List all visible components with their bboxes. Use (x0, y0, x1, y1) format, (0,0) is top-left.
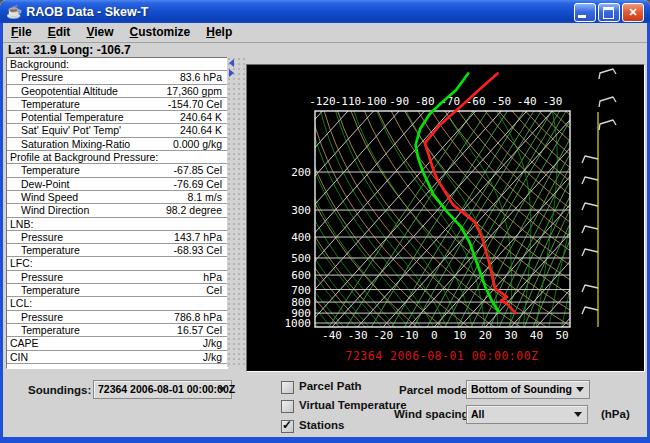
row-value: -67.85 Cel (174, 164, 222, 177)
table-row[interactable]: Pressure83.6 hPa (7, 71, 227, 84)
wind-barb-icon (582, 285, 598, 292)
wind-barb-icon (582, 177, 598, 184)
java-app-icon: ☕ (6, 0, 22, 23)
pressure-axis-tick: 700 (291, 284, 311, 297)
row-label: Potential Temperature (21, 111, 124, 124)
row-value: -154.70 Cel (168, 98, 222, 111)
wind-barb-icon (582, 226, 598, 233)
wind-spacing-value: All (471, 408, 484, 420)
wind-barb-icon (582, 249, 598, 256)
row-label: Temperature (21, 244, 80, 257)
collapse-left-icon[interactable] (229, 59, 234, 67)
table-row[interactable]: Temperature-154.70 Cel (7, 98, 227, 111)
pressure-axis-tick: 500 (291, 252, 311, 265)
table-row[interactable]: LCL: (7, 297, 227, 310)
checkbox-unchecked-icon[interactable] (281, 381, 294, 394)
wind-spacing-unit: (hPa) (601, 408, 630, 420)
table-row[interactable]: Wind Speed8.1 m/s (7, 191, 227, 204)
app-window: ☕ RAOB Data - Skew-T ✕ FileEditViewCusto… (0, 0, 650, 443)
row-value: 240.64 K (180, 111, 222, 124)
row-label: Temperature (21, 284, 80, 297)
row-label: LCL: (10, 297, 32, 310)
maximize-button[interactable] (598, 3, 620, 22)
table-row[interactable]: LFC: (7, 257, 227, 270)
wind-spacing-combobox[interactable]: All (466, 405, 588, 424)
top-axis-tick: -120 (309, 95, 336, 108)
table-row[interactable]: CAPEJ/kg (7, 337, 227, 350)
parcel-mode-combobox[interactable]: Bottom of Sounding (466, 380, 590, 399)
chevron-down-icon (574, 412, 582, 417)
row-value: 0.000 g/kg (173, 138, 222, 151)
top-axis-tick: -90 (389, 95, 409, 108)
row-value: 83.6 hPa (180, 71, 222, 84)
row-label: Dew-Point (21, 178, 69, 191)
table-row[interactable]: Temperature-68.93 Cel (7, 244, 227, 257)
top-axis-tick: -80 (415, 95, 435, 108)
table-row[interactable]: Pressure786.8 hPa (7, 311, 227, 324)
table-row[interactable]: Profile at Background Pressure: (7, 151, 227, 164)
row-label: Wind Speed (21, 191, 78, 204)
table-row[interactable]: PressurehPa (7, 271, 227, 284)
checkbox-unchecked-icon[interactable] (281, 400, 294, 413)
sounding-caption: 72364 2006-08-01 00:00:00Z (345, 349, 538, 363)
row-label: Pressure (21, 271, 63, 284)
row-value: -68.93 Cel (174, 244, 222, 257)
table-row[interactable]: TemperatureCel (7, 284, 227, 297)
row-value: Cel (206, 284, 222, 297)
bottom-axis-tick: 0 (431, 329, 438, 342)
soundings-combobox[interactable]: 72364 2006-08-01 00:00:00Z (93, 380, 232, 399)
row-label: Temperature (21, 164, 80, 177)
table-row[interactable]: Temperature16.57 Cel (7, 324, 227, 337)
top-axis-tick: -30 (542, 95, 562, 108)
collapse-right-icon[interactable] (229, 69, 234, 77)
bottom-axis-tick: -20 (373, 329, 393, 342)
menu-customize[interactable]: Customize (122, 23, 199, 42)
bottom-axis-tick: 40 (530, 329, 543, 342)
top-axis-tick: -50 (491, 95, 511, 108)
row-label: Pressure (21, 71, 63, 84)
menu-view[interactable]: View (78, 23, 121, 42)
table-row[interactable]: Temperature-67.85 Cel (7, 164, 227, 177)
menu-bar: FileEditViewCustomizeHelp (3, 23, 647, 43)
table-row[interactable]: Sat' Equiv' Pot' Temp'240.64 K (7, 124, 227, 137)
row-label: Temperature (21, 98, 80, 111)
menu-help[interactable]: Help (198, 23, 240, 42)
minimize-button[interactable] (574, 3, 596, 22)
row-label: LFC: (10, 257, 33, 270)
soundings-label: Soundings: (28, 384, 91, 396)
menu-edit[interactable]: Edit (40, 23, 79, 42)
top-axis-tick: -40 (517, 95, 537, 108)
checkbox-label: Parcel Path (299, 380, 362, 392)
bottom-axis-tick: 10 (453, 329, 466, 342)
bottom-axis-tick: -10 (399, 329, 419, 342)
table-row[interactable]: Geopotential Altitude17,360 gpm (7, 85, 227, 98)
table-row[interactable]: CINJ/kg (7, 351, 227, 364)
menu-file[interactable]: File (3, 23, 40, 42)
pressure-axis-tick: 300 (291, 204, 311, 217)
row-value: 98.2 degree (166, 204, 222, 217)
table-row[interactable]: Pressure143.7 hPa (7, 231, 227, 244)
table-row[interactable]: Dew-Point-76.69 Cel (7, 178, 227, 191)
top-axis-tick: -110 (335, 95, 362, 108)
bottom-axis-tick: -40 (322, 329, 342, 342)
skewt-plot: -120-110-100-90-80-70-60-50-40-30-40-30-… (246, 64, 645, 372)
row-label: Pressure (21, 231, 63, 244)
row-value: 786.8 hPa (174, 311, 222, 324)
close-button[interactable]: ✕ (622, 3, 644, 22)
table-row[interactable]: Potential Temperature240.64 K (7, 111, 227, 124)
minimize-icon (578, 15, 586, 18)
checkbox-checked-icon[interactable]: ✓ (281, 420, 294, 433)
split-pane-divider[interactable] (227, 57, 245, 367)
wind-barb-icon (599, 69, 616, 79)
table-row[interactable]: LNB: (7, 218, 227, 231)
wind-barb-icon (582, 203, 598, 210)
bottom-axis-tick: 20 (479, 329, 492, 342)
pressure-axis-tick: 200 (291, 166, 311, 179)
pressure-axis-tick: 400 (291, 231, 311, 244)
table-row[interactable]: Wind Direction98.2 degree (7, 204, 227, 217)
checkbox-label: Stations (299, 419, 344, 431)
title-bar: ☕ RAOB Data - Skew-T ✕ (0, 0, 650, 23)
wind-spacing-label: Wind spacing: (394, 408, 472, 420)
table-row[interactable]: Saturation Mixing-Ratio0.000 g/kg (7, 138, 227, 151)
table-row[interactable]: Background: (7, 58, 227, 71)
